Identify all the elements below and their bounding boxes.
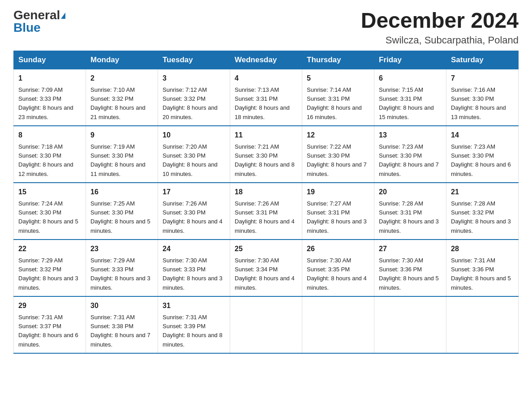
calendar-week-row: 1Sunrise: 7:09 AMSunset: 3:33 PMDaylight… (14, 69, 519, 126)
calendar-cell: 23Sunrise: 7:29 AMSunset: 3:33 PMDayligh… (86, 240, 158, 296)
day-number: 14 (451, 130, 514, 141)
calendar-week-row: 22Sunrise: 7:29 AMSunset: 3:32 PMDayligh… (14, 240, 519, 296)
day-number: 27 (379, 244, 442, 254)
calendar-cell: 26Sunrise: 7:30 AMSunset: 3:35 PMDayligh… (302, 240, 374, 296)
day-info: Sunrise: 7:24 AMSunset: 3:30 PMDaylight:… (18, 200, 78, 234)
day-info: Sunrise: 7:19 AMSunset: 3:30 PMDaylight:… (90, 143, 146, 177)
day-number: 11 (235, 130, 297, 141)
day-info: Sunrise: 7:18 AMSunset: 3:30 PMDaylight:… (18, 143, 73, 177)
calendar-cell: 9Sunrise: 7:19 AMSunset: 3:30 PMDaylight… (86, 126, 158, 183)
calendar-cell: 30Sunrise: 7:31 AMSunset: 3:38 PMDayligh… (86, 296, 158, 353)
day-info: Sunrise: 7:15 AMSunset: 3:31 PMDaylight:… (379, 86, 434, 120)
day-number: 22 (18, 244, 81, 254)
calendar-cell: 13Sunrise: 7:23 AMSunset: 3:30 PMDayligh… (374, 126, 446, 183)
day-info: Sunrise: 7:27 AMSunset: 3:31 PMDaylight:… (307, 200, 367, 234)
calendar-cell: 5Sunrise: 7:14 AMSunset: 3:31 PMDaylight… (302, 69, 374, 126)
calendar-week-row: 8Sunrise: 7:18 AMSunset: 3:30 PMDaylight… (14, 126, 519, 183)
day-number: 1 (18, 73, 81, 84)
day-info: Sunrise: 7:28 AMSunset: 3:32 PMDaylight:… (451, 200, 511, 234)
calendar-cell: 7Sunrise: 7:16 AMSunset: 3:30 PMDaylight… (446, 69, 519, 126)
day-info: Sunrise: 7:31 AMSunset: 3:39 PMDaylight:… (163, 314, 223, 348)
day-info: Sunrise: 7:10 AMSunset: 3:32 PMDaylight:… (90, 86, 146, 120)
day-info: Sunrise: 7:30 AMSunset: 3:36 PMDaylight:… (379, 257, 439, 291)
col-friday: Friday (374, 51, 446, 69)
calendar-cell (446, 296, 519, 353)
calendar-cell: 22Sunrise: 7:29 AMSunset: 3:32 PMDayligh… (14, 240, 86, 296)
calendar-cell (230, 296, 302, 353)
calendar-cell: 11Sunrise: 7:21 AMSunset: 3:30 PMDayligh… (230, 126, 302, 183)
logo-general-text: General (13, 8, 60, 22)
calendar-cell: 14Sunrise: 7:23 AMSunset: 3:30 PMDayligh… (446, 126, 519, 183)
day-number: 12 (307, 130, 369, 141)
day-info: Sunrise: 7:21 AMSunset: 3:30 PMDaylight:… (235, 143, 295, 177)
day-number: 15 (18, 187, 81, 197)
day-info: Sunrise: 7:12 AMSunset: 3:32 PMDaylight:… (163, 86, 218, 120)
calendar-cell: 12Sunrise: 7:22 AMSunset: 3:30 PMDayligh… (302, 126, 374, 183)
day-number: 30 (90, 300, 153, 311)
day-info: Sunrise: 7:13 AMSunset: 3:31 PMDaylight:… (235, 86, 290, 120)
day-number: 5 (307, 73, 369, 84)
day-info: Sunrise: 7:30 AMSunset: 3:34 PMDaylight:… (235, 257, 295, 291)
col-monday: Monday (86, 51, 158, 69)
calendar-week-row: 29Sunrise: 7:31 AMSunset: 3:37 PMDayligh… (14, 296, 519, 353)
day-number: 2 (90, 73, 153, 84)
day-number: 17 (163, 187, 225, 197)
calendar-cell: 8Sunrise: 7:18 AMSunset: 3:30 PMDaylight… (14, 126, 86, 183)
calendar-cell: 17Sunrise: 7:26 AMSunset: 3:30 PMDayligh… (158, 183, 230, 240)
day-number: 18 (235, 187, 297, 197)
title-section: December 2024 Swilcza, Subcarpathia, Pol… (361, 9, 519, 46)
day-number: 23 (90, 244, 153, 254)
day-info: Sunrise: 7:26 AMSunset: 3:31 PMDaylight:… (235, 200, 295, 234)
day-info: Sunrise: 7:14 AMSunset: 3:31 PMDaylight:… (307, 86, 362, 120)
col-wednesday: Wednesday (230, 51, 302, 69)
header: General Blue December 2024 Swilcza, Subc… (13, 9, 519, 46)
day-number: 13 (379, 130, 442, 141)
day-info: Sunrise: 7:09 AMSunset: 3:33 PMDaylight:… (18, 86, 73, 120)
col-saturday: Saturday (446, 51, 519, 69)
calendar-cell: 27Sunrise: 7:30 AMSunset: 3:36 PMDayligh… (374, 240, 446, 296)
day-info: Sunrise: 7:23 AMSunset: 3:30 PMDaylight:… (379, 143, 439, 177)
logo-triangle-icon (61, 13, 65, 19)
calendar-cell: 15Sunrise: 7:24 AMSunset: 3:30 PMDayligh… (14, 183, 86, 240)
day-info: Sunrise: 7:28 AMSunset: 3:31 PMDaylight:… (379, 200, 439, 234)
day-number: 26 (307, 244, 369, 254)
day-number: 7 (451, 73, 514, 84)
day-number: 20 (379, 187, 442, 197)
day-info: Sunrise: 7:16 AMSunset: 3:30 PMDaylight:… (451, 86, 506, 120)
calendar-cell: 18Sunrise: 7:26 AMSunset: 3:31 PMDayligh… (230, 183, 302, 240)
day-info: Sunrise: 7:31 AMSunset: 3:38 PMDaylight:… (90, 314, 150, 348)
calendar-cell: 25Sunrise: 7:30 AMSunset: 3:34 PMDayligh… (230, 240, 302, 296)
day-number: 28 (451, 244, 514, 254)
calendar-header-row: Sunday Monday Tuesday Wednesday Thursday… (14, 51, 519, 69)
calendar-cell: 29Sunrise: 7:31 AMSunset: 3:37 PMDayligh… (14, 296, 86, 353)
day-info: Sunrise: 7:30 AMSunset: 3:33 PMDaylight:… (163, 257, 223, 291)
day-number: 4 (235, 73, 297, 84)
calendar-cell: 24Sunrise: 7:30 AMSunset: 3:33 PMDayligh… (158, 240, 230, 296)
calendar-cell: 21Sunrise: 7:28 AMSunset: 3:32 PMDayligh… (446, 183, 519, 240)
col-thursday: Thursday (302, 51, 374, 69)
calendar-cell: 10Sunrise: 7:20 AMSunset: 3:30 PMDayligh… (158, 126, 230, 183)
day-number: 10 (163, 130, 225, 141)
day-info: Sunrise: 7:30 AMSunset: 3:35 PMDaylight:… (307, 257, 367, 291)
day-info: Sunrise: 7:31 AMSunset: 3:37 PMDaylight:… (18, 314, 78, 348)
calendar-cell: 20Sunrise: 7:28 AMSunset: 3:31 PMDayligh… (374, 183, 446, 240)
day-info: Sunrise: 7:31 AMSunset: 3:36 PMDaylight:… (451, 257, 511, 291)
calendar-cell: 3Sunrise: 7:12 AMSunset: 3:32 PMDaylight… (158, 69, 230, 126)
day-number: 6 (379, 73, 442, 84)
col-tuesday: Tuesday (158, 51, 230, 69)
day-number: 16 (90, 187, 153, 197)
calendar-cell: 4Sunrise: 7:13 AMSunset: 3:31 PMDaylight… (230, 69, 302, 126)
day-info: Sunrise: 7:22 AMSunset: 3:30 PMDaylight:… (307, 143, 367, 177)
day-number: 21 (451, 187, 514, 197)
day-info: Sunrise: 7:20 AMSunset: 3:30 PMDaylight:… (163, 143, 218, 177)
calendar-table: Sunday Monday Tuesday Wednesday Thursday… (13, 51, 519, 354)
day-number: 3 (163, 73, 225, 84)
day-info: Sunrise: 7:29 AMSunset: 3:32 PMDaylight:… (18, 257, 78, 291)
day-info: Sunrise: 7:26 AMSunset: 3:30 PMDaylight:… (163, 200, 223, 234)
logo: General Blue (13, 9, 65, 34)
day-number: 19 (307, 187, 369, 197)
day-number: 9 (90, 130, 153, 141)
calendar-cell (374, 296, 446, 353)
calendar-cell: 2Sunrise: 7:10 AMSunset: 3:32 PMDaylight… (86, 69, 158, 126)
calendar-cell: 1Sunrise: 7:09 AMSunset: 3:33 PMDaylight… (14, 69, 86, 126)
